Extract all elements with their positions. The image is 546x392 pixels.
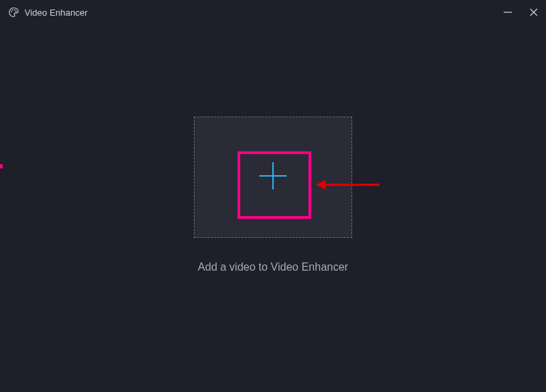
close-icon: [528, 7, 539, 18]
add-video-dropzone[interactable]: [194, 117, 352, 238]
minimize-icon: [502, 7, 513, 18]
titlebar: Video Enhancer: [0, 0, 546, 25]
app-title: Video Enhancer: [25, 7, 87, 18]
minimize-button[interactable]: [501, 5, 515, 19]
window-controls: [501, 0, 541, 25]
main-content: Add a video to Video Enhancer: [0, 25, 546, 392]
prompt-text: Add a video to Video Enhancer: [198, 261, 348, 273]
svg-point-2: [14, 10, 16, 11]
svg-point-3: [16, 11, 17, 12]
close-button[interactable]: [527, 5, 541, 19]
svg-point-0: [11, 11, 12, 12]
plus-icon: [254, 157, 292, 198]
svg-point-1: [12, 10, 13, 11]
palette-icon: [8, 7, 19, 18]
annotation-edge-marker: [0, 164, 3, 168]
